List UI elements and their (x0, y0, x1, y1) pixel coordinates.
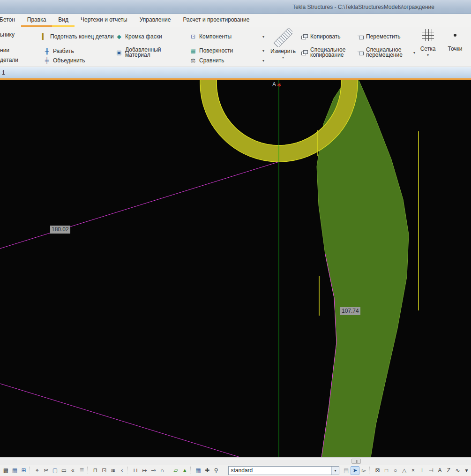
snap-settings-icon[interactable]: ▩ (1, 466, 10, 475)
ribbon: ьнику нии детали ▍ Подогнать конец детал… (0, 27, 471, 67)
points-button[interactable]: Точки (443, 29, 467, 52)
filter-cut-icon[interactable]: × (409, 466, 418, 475)
tab-label: Управление (140, 16, 171, 23)
drag-drop-icon[interactable]: ✚ (203, 466, 212, 475)
more-filters-icon[interactable]: ▾ (462, 466, 471, 475)
snap-nearest-icon[interactable]: ≋ (109, 466, 118, 475)
snap-arc-icon[interactable]: ∩ (158, 466, 167, 475)
model-canvas[interactable] (0, 80, 471, 457)
depth-direction-icon[interactable]: ▲ (180, 466, 189, 475)
view-plane-icon[interactable]: ▱ (172, 466, 180, 475)
point-grid-icon[interactable]: ⊞ (19, 466, 28, 475)
select-object-cursor-icon[interactable]: ▻ (359, 466, 368, 475)
filter-weld-icon[interactable]: △ (400, 466, 409, 475)
view-grid-icon[interactable]: ▦ (10, 466, 19, 475)
tab-label: Вид (58, 16, 68, 23)
chevron-down-icon[interactable]: ▾ (262, 59, 264, 63)
surfaces-icon: ▦ (189, 47, 197, 54)
tab-vid[interactable]: Вид (52, 14, 75, 27)
fit-part-end-button[interactable]: ▍ Подогнать конец детали (40, 32, 114, 41)
measure-button[interactable]: Измерить ▾ (271, 28, 295, 60)
chevron-down-icon[interactable]: ▾ (427, 53, 429, 57)
move-button[interactable]: Переместить (356, 32, 401, 41)
chevron-down-icon[interactable]: ▾ (282, 55, 284, 60)
scrollbar-thumb[interactable] (351, 459, 361, 464)
cut-button-label-3[interactable]: детали (0, 57, 17, 63)
phase-view-icon[interactable]: ▤ (342, 466, 351, 475)
filter-text-icon[interactable]: A (435, 466, 444, 475)
toolbar-group-tools: ⌖✂▢▭«≣ (33, 466, 86, 475)
zoom-tool-icon[interactable]: ⚲ (212, 466, 221, 475)
component-select-icon[interactable]: ▦ (194, 466, 203, 475)
cut-button-label-1[interactable]: ьнику (0, 31, 17, 38)
filter-bolt-icon[interactable]: ○ (391, 466, 400, 475)
clip-plane-icon[interactable]: ▢ (51, 466, 60, 475)
button-label: Подогнать конец детали (50, 33, 114, 40)
button-label: Кромка фаски (125, 33, 162, 40)
chamfer-button[interactable]: ◆ Кромка фаски (115, 32, 162, 41)
tab-beton[interactable]: Бетон (0, 14, 21, 27)
button-label: Объединить (53, 57, 85, 64)
toolbar-group-views: ▩▦⊞ (1, 466, 28, 475)
selection-filter-combo[interactable]: standard ▾ (228, 466, 340, 475)
tab-raschet[interactable]: Расчет и проектирование (177, 14, 255, 27)
compare-icon: ⚖ (189, 57, 197, 64)
button-label: Измерить (270, 48, 296, 54)
filter-surface-icon[interactable]: ⊣ (426, 466, 435, 475)
toolbar-group-select: ▦✚⚲ (194, 466, 221, 475)
toolbar-group-snap-a: ⊓⊡≋‹ (91, 466, 127, 475)
components-icon: ⊡ (189, 33, 197, 40)
snap-line-icon[interactable]: ⊸ (149, 466, 158, 475)
construction-line-1[interactable] (0, 162, 279, 249)
filter-point-icon[interactable]: ⊠ (373, 466, 382, 475)
special-copy-button[interactable]: Специальное копирование ▾ (300, 46, 362, 59)
components-button[interactable]: ⊡ Компоненты ▾ (189, 32, 264, 41)
dimension-label-1: 180.02 (50, 226, 70, 234)
view-title-bar[interactable]: 1 (0, 67, 471, 80)
measure-list-icon[interactable]: ≣ (77, 466, 86, 475)
copy-button[interactable]: Копировать (300, 32, 341, 41)
chevron-down-icon[interactable]: ▾ (413, 51, 415, 55)
tab-upravlenie[interactable]: Управление (134, 14, 177, 27)
button-label: Копировать (310, 33, 341, 40)
snap-reference-icon[interactable]: ⊓ (91, 466, 100, 475)
button-label: Разбить (53, 48, 74, 54)
chevron-down-icon[interactable]: ▾ (262, 35, 264, 39)
toolbar-grip (369, 467, 372, 474)
title-bar[interactable]: Tekla Structures - C:\TeklaStructuresMod… (0, 0, 471, 14)
filter-rebar-icon[interactable]: ⊥ (418, 466, 426, 475)
snap-extension-icon[interactable]: ↦ (140, 466, 149, 475)
snap-geometry-icon[interactable]: ⊡ (100, 466, 109, 475)
horizontal-scrollbar[interactable] (0, 457, 471, 465)
grid-button[interactable]: Сетка ▾ (416, 29, 440, 57)
tab-pravka[interactable]: Правка (21, 14, 52, 27)
filter-curve-icon[interactable]: ∿ (453, 466, 462, 475)
filter-zlevel-icon[interactable]: Z (444, 466, 453, 475)
special-move-button[interactable]: Специальное перемещение ▾ (356, 46, 415, 59)
compare-button[interactable]: ⚖ Сравнить ▾ (189, 56, 264, 65)
work-area-icon[interactable]: ▭ (60, 466, 68, 475)
model-viewport[interactable]: A ∗ 180.02 107.74 (0, 80, 471, 457)
tab-label: Бетон (0, 16, 15, 23)
split-button[interactable]: ╫ Разбить (43, 46, 74, 56)
cut-button-label-2[interactable]: нии (0, 47, 17, 53)
surfaces-button[interactable]: ▦ Поверхности ▾ (189, 46, 264, 55)
combine-icon: ╪ (43, 57, 51, 64)
chevron-down-icon[interactable]: ▾ (262, 49, 264, 53)
filter-part-icon[interactable]: □ (382, 466, 391, 475)
special-copy-icon (300, 49, 308, 56)
fit-work-area-icon[interactable]: « (68, 466, 77, 475)
snap-angle-icon[interactable]: ‹ (118, 466, 127, 475)
snap-origin-icon[interactable]: ⊔ (131, 466, 140, 475)
chevron-down-icon[interactable]: ▾ (331, 467, 339, 475)
select-all-cursor-icon[interactable]: ➤ (351, 466, 359, 475)
cut-tool-icon[interactable]: ✂ (42, 466, 51, 475)
smart-select-icon[interactable]: ⌖ (33, 466, 42, 475)
construction-line-2[interactable] (0, 384, 240, 457)
toolbar-grip (29, 467, 32, 474)
combine-button[interactable]: ╪ Объединить (43, 56, 85, 65)
view-number: 1 (2, 69, 5, 76)
dimension-label-2: 107.74 (340, 307, 360, 315)
added-material-button[interactable]: ▣ Добавленный материал (115, 46, 161, 59)
tab-chertezhi[interactable]: Чертежи и отчеты (75, 14, 134, 27)
